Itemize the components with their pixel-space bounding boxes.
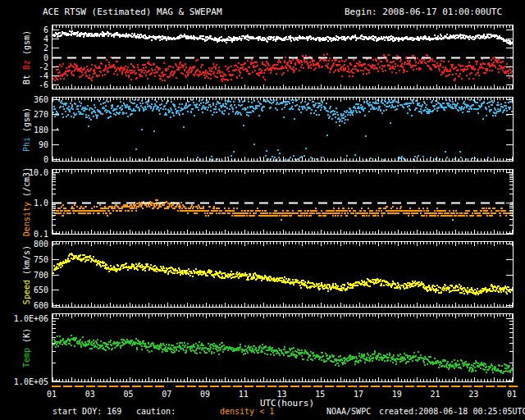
- agency-label: NOAA/SWPC: [326, 407, 371, 416]
- xtick-23-11: 23: [463, 390, 483, 399]
- bt-bz-canvas: [52, 25, 513, 89]
- caution-label: caution:: [136, 407, 176, 416]
- xtick-05-2: 05: [119, 390, 139, 399]
- speed-ytick-800: 800: [34, 240, 48, 249]
- phi-ytick-180: 180: [34, 126, 48, 135]
- density-ytick-0.1: 0.1: [34, 230, 48, 239]
- temp-axis-title-part: Temp: [22, 343, 31, 368]
- start-doy-label: start DOY: 169: [52, 407, 121, 416]
- bt-bz-ytick--2: -2: [39, 62, 48, 71]
- speed-axis-title-part: Speed: [22, 275, 31, 304]
- phi-ytick-360: 360: [34, 95, 48, 104]
- speed-axis-title: Speed (km/s): [22, 244, 31, 304]
- caution-dashes-left: [52, 386, 167, 387]
- speed-ytick-650: 650: [34, 285, 48, 294]
- phi-ytick-90: 90: [39, 140, 48, 149]
- caution-detail-label: density < 1: [220, 407, 274, 416]
- panel-phi: [52, 97, 514, 162]
- temp-ytick-1.0E+06: 1.0E+06: [14, 314, 48, 323]
- panel-speed: [52, 241, 514, 308]
- bt-bz-axis-title-part: (gsm): [22, 30, 31, 54]
- speed-ytick-750: 750: [34, 255, 48, 264]
- bt-bz-ytick-2: 2: [43, 43, 48, 52]
- bt-bz-ytick-0: 0: [43, 53, 48, 62]
- phi-ytick-270: 270: [34, 110, 48, 119]
- temp-ytick-1.0E+05: 1.0E+05: [14, 377, 48, 386]
- xtick-01-12: 01: [502, 390, 522, 399]
- panel-bt-bz: [52, 25, 514, 89]
- plot-title: ACE RTSW (Estimated) MAG & SWEPAM: [43, 7, 222, 17]
- phi-ytick-0: 0: [43, 155, 48, 164]
- bt-bz-axis-title-part: Bt: [22, 70, 31, 84]
- temp-canvas: [52, 314, 513, 381]
- speed-axis-title-part: (km/s): [22, 244, 31, 274]
- bt-bz-axis-title-part: Bz: [22, 54, 31, 69]
- xtick-01-0: 01: [42, 390, 62, 399]
- speed-ytick-700: 700: [34, 271, 48, 280]
- bt-bz-ytick-6: 6: [43, 25, 48, 34]
- density-ytick-1.0: 1.0: [34, 199, 48, 208]
- density-canvas: [52, 170, 513, 234]
- xtick-09-4: 09: [195, 390, 215, 399]
- density-ytick-10.0: 10.0: [29, 168, 48, 177]
- panel-density: [52, 169, 514, 235]
- begin-timestamp: Begin: 2008-06-17 01:00:00UTC: [345, 7, 502, 17]
- ace-rtsw-plot: ACE RTSW (Estimated) MAG & SWEPAM Begin:…: [0, 0, 525, 420]
- bt-bz-axis-title: Bt Bz (gsm): [22, 30, 31, 84]
- xtick-07-3: 07: [157, 390, 176, 399]
- xtick-19-9: 19: [387, 390, 407, 399]
- density-axis-title: Density (/cm3): [22, 167, 31, 236]
- bt-bz-ytick--6: -6: [39, 80, 48, 89]
- panel-temp: [52, 313, 514, 382]
- density-axis-title-part: (/cm3): [22, 167, 31, 197]
- phi-axis-title-part: (gsm): [22, 107, 31, 131]
- temp-axis-title-part: (K): [22, 328, 31, 343]
- phi-axis-title-part: Phi: [22, 132, 31, 152]
- bt-bz-ytick--4: -4: [39, 71, 48, 80]
- temp-axis-title: Temp (K): [22, 328, 31, 368]
- phi-canvas: [52, 98, 513, 161]
- created-timestamp: created:2008-06-18 00:25:05UTC: [379, 407, 525, 416]
- density-axis-title-part: Density: [22, 197, 31, 236]
- xtick-03-1: 03: [80, 390, 100, 399]
- xtick-21-10: 21: [426, 390, 445, 399]
- xtick-17-8: 17: [349, 390, 368, 399]
- bt-bz-ytick-4: 4: [43, 34, 48, 43]
- caution-dashes-right: [176, 386, 520, 387]
- speed-canvas: [52, 242, 513, 307]
- speed-ytick-600: 600: [34, 301, 48, 310]
- phi-axis-title: Phi (gsm): [22, 107, 31, 151]
